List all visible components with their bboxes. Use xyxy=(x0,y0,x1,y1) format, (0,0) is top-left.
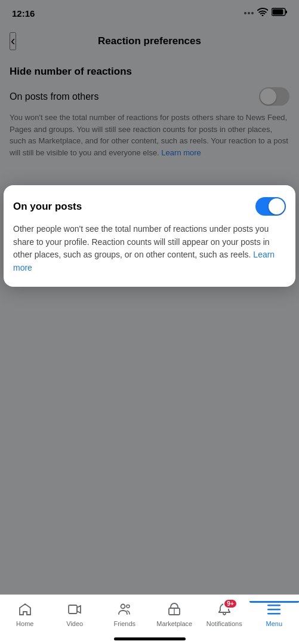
tab-home-label: Home xyxy=(16,620,33,627)
learn-more-link-modal[interactable]: Learn more xyxy=(13,250,275,272)
svg-point-4 xyxy=(121,605,125,609)
on-your-posts-toggle[interactable] xyxy=(255,197,286,216)
svg-rect-3 xyxy=(69,605,77,614)
notification-badge: 9+ xyxy=(223,599,237,609)
tab-menu[interactable]: Menu xyxy=(249,601,300,627)
svg-point-5 xyxy=(127,605,130,608)
home-indicator xyxy=(114,637,186,640)
modal-label: On your posts xyxy=(13,201,82,213)
tab-bar: Home Video Friends xyxy=(0,594,299,644)
notifications-icon: 9+ xyxy=(216,601,233,618)
tab-marketplace[interactable]: Marketplace xyxy=(150,601,200,627)
tab-friends[interactable]: Friends xyxy=(100,601,150,627)
modal-row: On your posts xyxy=(13,197,286,216)
svg-rect-9 xyxy=(267,613,280,615)
tab-marketplace-label: Marketplace xyxy=(156,620,192,627)
tab-friends-label: Friends xyxy=(113,620,135,627)
tab-menu-label: Menu xyxy=(266,620,282,627)
dim-overlay xyxy=(0,0,299,644)
video-icon xyxy=(66,601,83,618)
svg-rect-7 xyxy=(267,605,280,606)
friends-icon xyxy=(116,601,133,618)
svg-rect-8 xyxy=(267,609,280,611)
tab-video[interactable]: Video xyxy=(50,601,100,627)
home-icon xyxy=(17,601,33,618)
modal-description: Other people won't see the total number … xyxy=(13,223,286,275)
modal-card: On your posts Other people won't see the… xyxy=(4,185,295,287)
tab-video-label: Video xyxy=(66,620,83,627)
tab-notifications[interactable]: 9+ Notifications xyxy=(199,601,249,627)
marketplace-icon xyxy=(166,601,183,618)
tab-notifications-label: Notifications xyxy=(206,620,242,627)
menu-icon xyxy=(266,601,282,618)
tab-home[interactable]: Home xyxy=(0,601,50,627)
